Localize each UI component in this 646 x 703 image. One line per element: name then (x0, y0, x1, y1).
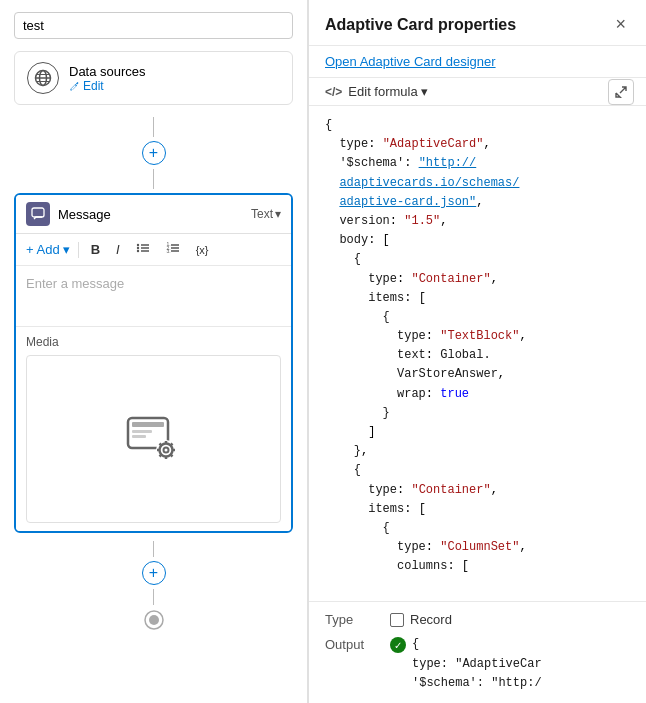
output-label: Output (325, 635, 380, 652)
code-line-24: columns: [ (325, 557, 630, 576)
code-line-1: { (325, 116, 630, 135)
message-block: Message Text ▾ + Add ▾ B I (14, 193, 293, 533)
code-line-19: { (325, 461, 630, 480)
code-line-6: version: "1.5", (325, 212, 630, 231)
media-card-icon (124, 412, 184, 467)
numbered-list-icon: 1. 2. 3. (166, 241, 180, 255)
chevron-down-icon-add: ▾ (63, 242, 70, 257)
code-line-10: items: [ (325, 289, 630, 308)
output-line-3: '$schema': "http:/ (412, 674, 542, 693)
svg-rect-5 (32, 208, 44, 217)
media-placeholder (26, 355, 281, 523)
type-value-text: Record (410, 612, 452, 627)
code-line-15: wrap: true (325, 385, 630, 404)
variable-button[interactable]: {x} (192, 242, 213, 258)
svg-line-32 (159, 454, 161, 456)
code-line-2: type: "AdaptiveCard", (325, 135, 630, 154)
message-type-dropdown[interactable]: Text ▾ (251, 207, 281, 221)
left-bottom: + (0, 533, 307, 643)
output-line-1: { (412, 635, 542, 654)
panel-title: Adaptive Card properties (325, 16, 516, 34)
message-input[interactable]: Enter a message (16, 266, 291, 326)
type-value: Record (390, 612, 452, 627)
svg-line-31 (170, 443, 172, 445)
svg-point-7 (136, 247, 138, 249)
close-button[interactable]: × (611, 14, 630, 35)
message-header: Message Text ▾ (16, 195, 291, 234)
media-section: Media (16, 326, 291, 531)
add-toolbar-button[interactable]: + Add ▾ (26, 242, 70, 257)
svg-line-30 (170, 454, 172, 456)
globe-icon (27, 62, 59, 94)
code-line-5: adaptive-card.json", (325, 193, 630, 212)
code-line-12: type: "TextBlock", (325, 327, 630, 346)
search-input[interactable] (14, 12, 293, 39)
code-line-21: items: [ (325, 500, 630, 519)
add-circle-top[interactable]: + (0, 141, 307, 165)
add-button-top[interactable]: + (142, 141, 166, 165)
code-line-4: adaptivecards.io/schemas/ (325, 174, 630, 193)
chevron-down-formula-icon: ▾ (421, 84, 428, 99)
message-toolbar: + Add ▾ B I 1. 2. 3. (16, 234, 291, 266)
connector-top (0, 113, 307, 141)
chevron-down-icon: ▾ (275, 207, 281, 221)
code-line-23: type: "ColumnSet", (325, 538, 630, 557)
output-code: { type: "AdaptiveCar '$schema': "http:/ (412, 635, 542, 693)
message-title: Message (58, 207, 243, 222)
code-line-8: { (325, 250, 630, 269)
toolbar-divider-1 (78, 242, 79, 258)
code-line-7: body: [ (325, 231, 630, 250)
chat-icon (31, 207, 45, 221)
pencil-icon (69, 80, 80, 91)
expand-button[interactable] (608, 79, 634, 105)
svg-rect-19 (132, 422, 164, 427)
type-label: Type (325, 612, 380, 627)
output-check-icon: ✓ (390, 637, 406, 653)
data-sources-label: Data sources (69, 64, 146, 79)
bottom-section: Type Record Output ✓ { type: "AdaptiveCa… (309, 602, 646, 703)
end-node-icon (143, 609, 165, 631)
code-line-3: '$schema': "http:// (325, 154, 630, 173)
data-sources-text: Data sources Edit (69, 64, 146, 93)
svg-rect-21 (132, 435, 146, 438)
svg-point-8 (136, 250, 138, 252)
connector-bottom-line (153, 541, 154, 557)
code-line-13: text: Global. (325, 346, 630, 365)
code-line-22: { (325, 519, 630, 538)
code-line-9: type: "Container", (325, 270, 630, 289)
output-content: ✓ { type: "AdaptiveCar '$schema': "http:… (390, 635, 542, 693)
left-panel: Data sources Edit + Message (0, 0, 308, 703)
add-button-bottom[interactable]: + (142, 561, 166, 585)
formula-label[interactable]: Edit formula ▾ (348, 84, 427, 99)
code-line-20: type: "Container", (325, 481, 630, 500)
svg-point-34 (149, 615, 159, 625)
connector-bottom-line2 (153, 589, 154, 605)
type-row: Type Record (325, 612, 630, 627)
expand-icon (615, 86, 627, 98)
connector-mid (0, 165, 307, 193)
right-header: Adaptive Card properties × (309, 0, 646, 46)
data-sources-section: Data sources Edit (14, 51, 293, 105)
message-icon (26, 202, 50, 226)
media-label: Media (26, 335, 281, 349)
search-bar (14, 12, 293, 39)
bullet-list-icon (136, 241, 150, 255)
code-line-11: { (325, 308, 630, 327)
code-line-14: VarStoreAnswer, (325, 365, 630, 384)
right-panel: Adaptive Card properties × Open Adaptive… (308, 0, 646, 703)
bold-button[interactable]: B (87, 240, 104, 259)
record-type-icon (390, 613, 404, 627)
italic-button[interactable]: I (112, 240, 124, 259)
svg-rect-20 (132, 430, 152, 433)
code-line-18: }, (325, 442, 630, 461)
formula-bar: </> Edit formula ▾ (309, 78, 646, 106)
svg-text:3.: 3. (166, 248, 170, 254)
open-designer-link[interactable]: Open Adaptive Card designer (309, 46, 646, 78)
output-line-2: type: "AdaptiveCar (412, 655, 542, 674)
numbered-list-button[interactable]: 1. 2. 3. (162, 239, 184, 260)
formula-icon: </> (325, 85, 342, 99)
data-sources-edit-link[interactable]: Edit (69, 79, 146, 93)
svg-point-6 (136, 244, 138, 246)
code-editor[interactable]: { type: "AdaptiveCard", '$schema': "http… (309, 106, 646, 602)
bullet-list-button[interactable] (132, 239, 154, 260)
